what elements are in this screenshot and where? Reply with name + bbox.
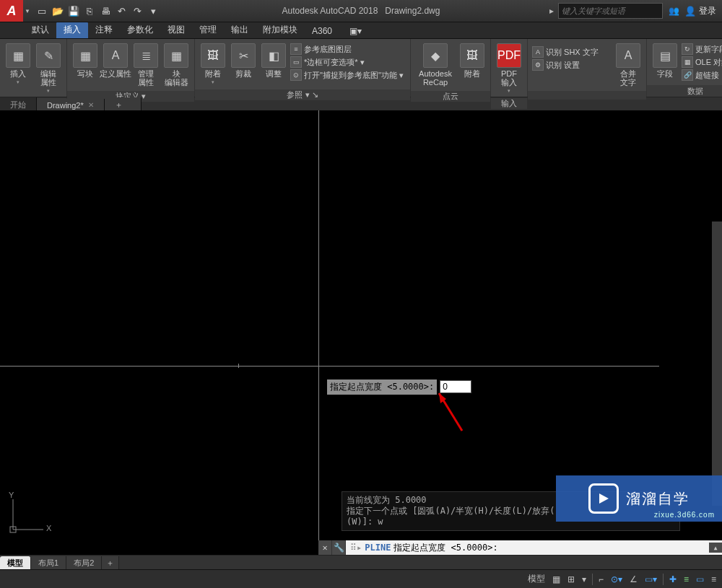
watermark: 溜溜自学 zixue.3d66.com	[556, 475, 722, 522]
define-attr-label: 定义属性	[100, 69, 131, 78]
panel-import-title: 输入	[491, 98, 527, 109]
panel-ref-title[interactable]: 参照 ▾↘	[195, 89, 410, 100]
customize-icon[interactable]: ≡	[710, 574, 718, 584]
status-model[interactable]: 模型	[526, 573, 547, 585]
block-editor-icon: ▦	[164, 43, 188, 68]
command-line[interactable]: ✕ 🔧 ⠿▸ PLINE 指定起点宽度 <5.0000>: ▴	[318, 540, 722, 555]
tab-overflow-icon[interactable]: ▣▾	[342, 24, 369, 38]
tab-output[interactable]: 输出	[224, 22, 256, 38]
tab-a360[interactable]: A360	[305, 24, 339, 38]
manage-attr-icon: ≣	[134, 43, 158, 68]
lineweight-icon[interactable]: ≡	[682, 574, 690, 584]
app-logo[interactable]: A	[0, 0, 23, 22]
crosshair-horizontal	[0, 366, 659, 367]
edit-attributes-button[interactable]: ✎编辑 属性▾	[33, 42, 64, 95]
qat-dropdown-icon[interactable]: ▾	[147, 5, 159, 17]
recent-commands-icon[interactable]: ⠿▸	[350, 543, 362, 553]
adjust-button[interactable]: ◧调整	[258, 42, 289, 79]
attach-icon: 🖽	[201, 43, 225, 68]
help-search-input[interactable]	[558, 3, 663, 19]
panel-ref-title-text: 参照 ▾	[287, 89, 309, 100]
tab-addins[interactable]: 附加模块	[256, 22, 305, 38]
hyperlink-label: 超链接	[695, 70, 719, 81]
recognize-settings-button[interactable]: ⚙识别 设置	[532, 59, 612, 71]
define-attr-button[interactable]: A定义属性	[100, 42, 131, 79]
ortho-icon[interactable]: ⌐	[597, 574, 605, 584]
ole-object-label: OLE 对象	[695, 57, 722, 68]
saveas-icon[interactable]: ⎘	[84, 5, 95, 17]
grid-icon[interactable]: ▦	[551, 574, 562, 584]
search-icon[interactable]: 👥	[667, 4, 680, 17]
redo-icon[interactable]: ↷	[131, 5, 143, 17]
plot-icon[interactable]: 🖶	[100, 5, 111, 17]
block-editor-button[interactable]: ▦块 编辑器	[161, 42, 191, 88]
osnap-icon[interactable]: ▭▾	[643, 574, 658, 584]
tab-view[interactable]: 视图	[160, 22, 192, 38]
merge-text-button[interactable]: A合并 文字	[613, 42, 643, 88]
close-icon[interactable]: ✕	[88, 101, 94, 109]
ole-object-button[interactable]: ▦OLE 对象	[682, 56, 722, 68]
app-menu-dropdown-icon[interactable]: ▼	[23, 0, 32, 22]
open-icon[interactable]: 📂	[52, 5, 64, 17]
underlay-layers-button[interactable]: ≡参考底图图层	[290, 43, 406, 55]
dyn-input-icon[interactable]: ✚	[668, 574, 678, 584]
login-button[interactable]: 👤 登录	[684, 5, 716, 17]
frame-options-button[interactable]: ▭*边框可变选项* ▾	[290, 56, 406, 68]
shx-icon: A	[532, 46, 544, 58]
vertical-scrollbar[interactable]	[712, 221, 722, 506]
ribbon: ▦插入▾ ✎编辑 属性▾ 块 ▾ ▦写块 A定义属性 ≣管理 属性 ▦块 编辑器…	[0, 39, 722, 97]
ucs-y-label: Y	[9, 491, 14, 499]
polar-icon[interactable]: ⊙▾	[609, 574, 624, 584]
command-close-icon[interactable]: ✕	[318, 540, 332, 555]
field-button[interactable]: ▤字段	[650, 42, 680, 79]
isodraft-icon[interactable]: ∠	[628, 574, 639, 584]
attach-button[interactable]: 🖽附着▾	[198, 42, 228, 87]
drawing-canvas[interactable]: 指定起点宽度 <5.0000>: Y X 当前线宽为 5.0000 指定下一个点…	[0, 110, 722, 555]
file-tab-drawing2-label: Drawing2*	[47, 101, 84, 110]
save-icon[interactable]: 💾	[68, 5, 79, 17]
tab-manage[interactable]: 管理	[192, 22, 224, 38]
layout-tab-model[interactable]: 模型	[0, 556, 31, 570]
merge-text-icon: A	[616, 43, 640, 68]
command-expand-icon[interactable]: ▴	[709, 543, 722, 553]
help-search-caret[interactable]: ▸	[549, 6, 554, 16]
layout-add-button[interactable]: ＋	[102, 556, 119, 570]
panel-launcher-icon[interactable]: ↘	[312, 90, 318, 100]
tab-parametric[interactable]: 参数化	[120, 22, 160, 38]
command-options-icon[interactable]: 🔧	[332, 540, 346, 555]
svg-marker-5	[599, 493, 609, 504]
snap-underlay-button[interactable]: ⊙打开"捕捉到参考底图"功能 ▾	[290, 69, 406, 81]
recap-button[interactable]: ◆Autodesk ReCap	[414, 42, 457, 88]
insert-block-button[interactable]: ▦插入▾	[3, 42, 33, 87]
tab-default[interactable]: 默认	[25, 22, 56, 38]
tab-insert[interactable]: 插入	[56, 22, 88, 38]
new-icon[interactable]: ▭	[36, 5, 48, 17]
clip-button[interactable]: ✂剪裁	[228, 42, 258, 79]
snap-mode-icon[interactable]: ⊞	[566, 574, 576, 584]
command-prompt[interactable]: ⠿▸ PLINE 指定起点宽度 <5.0000>:	[346, 542, 709, 554]
hyperlink-button[interactable]: 🔗超链接	[682, 69, 722, 81]
annotation-arrow	[426, 387, 469, 438]
edit-attr-icon: ✎	[36, 43, 61, 68]
write-block-button[interactable]: ▦写块	[70, 42, 100, 79]
panel-blockdef: ▦写块 A定义属性 ≣管理 属性 ▦块 编辑器 块定义 ▾	[67, 39, 195, 97]
edit-attr-label: 编辑 属性	[40, 69, 56, 87]
layout-tab-layout1[interactable]: 布局1	[31, 556, 66, 570]
pc-attach-button[interactable]: 🖽附着	[457, 42, 487, 79]
manage-attr-button[interactable]: ≣管理 属性	[131, 42, 161, 88]
pdf-import-button[interactable]: PDFPDF 输入▾	[494, 42, 524, 95]
separator	[592, 574, 593, 585]
update-field-button[interactable]: ↻更新字段	[682, 43, 722, 55]
separator	[663, 574, 664, 585]
ribbon-tabs: 默认 插入 注释 参数化 视图 管理 输出 附加模块 A360 ▣▾	[0, 22, 722, 39]
panel-block: ▦插入▾ ✎编辑 属性▾ 块 ▾	[0, 39, 67, 97]
layout-tab-layout2[interactable]: 布局2	[66, 556, 102, 570]
selection-cycling-icon[interactable]: ▭	[695, 574, 705, 584]
undo-icon[interactable]: ↶	[116, 5, 127, 17]
file-tab-drawing2[interactable]: Drawing2*✕	[37, 99, 105, 112]
dropdown-icon[interactable]: ▾	[580, 574, 588, 584]
recognize-shx-button[interactable]: A识别 SHX 文字	[532, 46, 612, 58]
panel-text-title	[528, 91, 646, 100]
tab-annotate[interactable]: 注释	[88, 22, 120, 38]
panel-text: A识别 SHX 文字 ⚙识别 设置 A合并 文字	[528, 39, 647, 97]
